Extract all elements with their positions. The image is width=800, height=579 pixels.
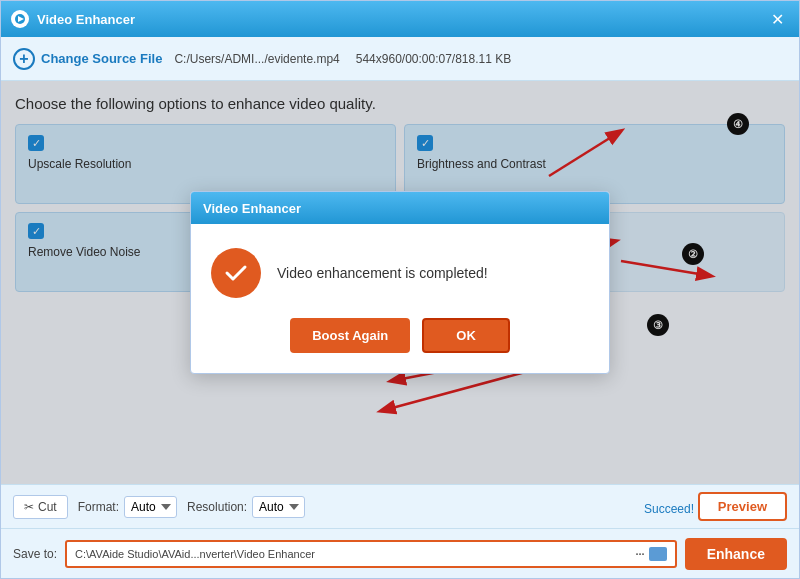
completion-dialog: Video Enhancer Video enhancement is comp…: [190, 191, 610, 374]
plus-icon: +: [13, 48, 35, 70]
format-group: Format: Auto: [78, 496, 177, 518]
change-source-label: Change Source File: [41, 51, 162, 66]
main-window: Video Enhancer ✕ + Change Source File C:…: [0, 0, 800, 579]
dialog-message: Video enhancement is completed!: [277, 265, 488, 281]
dialog-body: Video enhancement is completed!: [191, 224, 609, 318]
dialog-title: Video Enhancer: [203, 201, 301, 216]
succeed-text: Succeed!: [644, 502, 694, 516]
app-icon: [11, 10, 29, 28]
main-content: Choose the following options to enhance …: [1, 81, 799, 484]
change-source-button[interactable]: + Change Source File: [13, 48, 162, 70]
folder-button[interactable]: [649, 547, 667, 561]
preview-button[interactable]: Preview: [698, 492, 787, 521]
save-bar: Save to: C:\AVAide Studio\AVAid...nverte…: [1, 528, 799, 578]
file-info: C:/Users/ADMI.../evidente.mp4 544x960/00…: [174, 52, 511, 66]
dialog-title-bar: Video Enhancer: [191, 192, 609, 224]
dialog-buttons: Boost Again OK: [191, 318, 609, 373]
window-title: Video Enhancer: [37, 12, 765, 27]
save-path-box: C:\AVAide Studio\AVAid...nverter\Video E…: [65, 540, 677, 568]
dialog-overlay: Video Enhancer Video enhancement is comp…: [1, 81, 799, 484]
file-path: C:/Users/ADMI.../evidente.mp4: [174, 52, 339, 66]
close-button[interactable]: ✕: [765, 7, 789, 31]
save-path-text: C:\AVAide Studio\AVAid...nverter\Video E…: [75, 548, 631, 560]
resolution-label: Resolution:: [187, 500, 247, 514]
format-select[interactable]: Auto: [124, 496, 177, 518]
resolution-group: Resolution: Auto: [187, 496, 305, 518]
browse-dots-button[interactable]: ···: [635, 548, 644, 560]
title-bar: Video Enhancer ✕: [1, 1, 799, 37]
boost-again-button[interactable]: Boost Again: [290, 318, 410, 353]
file-meta: 544x960/00:00:07/818.11 KB: [356, 52, 511, 66]
resolution-select[interactable]: Auto: [252, 496, 305, 518]
success-icon-circle: [211, 248, 261, 298]
cut-label: Cut: [38, 500, 57, 514]
format-label: Format:: [78, 500, 119, 514]
cut-button[interactable]: ✂ Cut: [13, 495, 68, 519]
save-label: Save to:: [13, 547, 57, 561]
enhance-button[interactable]: Enhance: [685, 538, 787, 570]
ok-button[interactable]: OK: [422, 318, 510, 353]
scissors-icon: ✂: [24, 500, 34, 514]
source-bar: + Change Source File C:/Users/ADMI.../ev…: [1, 37, 799, 81]
